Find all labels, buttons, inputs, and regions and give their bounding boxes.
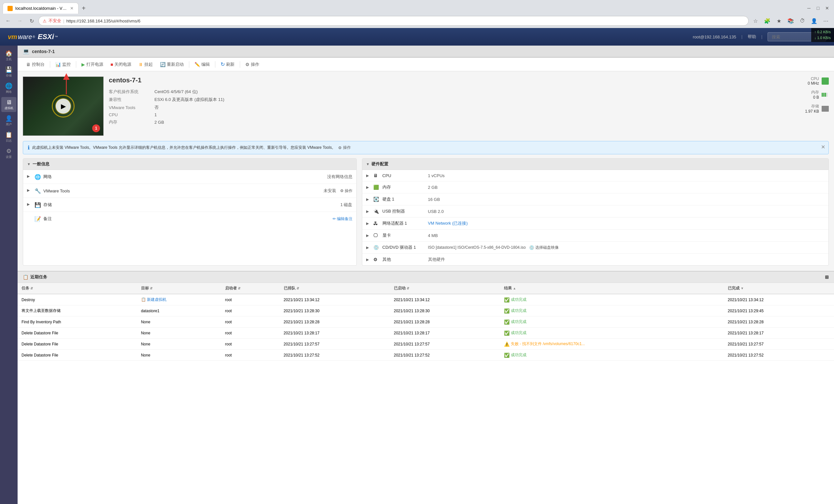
extensions-button[interactable]: 🧩: [762, 16, 772, 26]
hw-net-label: 网络适配器 1: [382, 221, 428, 226]
user-info[interactable]: root@192.168.164.135: [693, 35, 736, 39]
tasks-expand-icon[interactable]: ⊞: [825, 274, 829, 280]
network-row-value: 没有网络信息: [327, 174, 352, 180]
col-result[interactable]: 结果 ▲: [500, 283, 724, 294]
hardware-panel: ▼ 硬件配置 ▶ 🖥 CPU 1 vCPUs ▶ 🟩 内存 2 GB: [362, 158, 829, 266]
edit-button[interactable]: ✏️ 编辑: [191, 60, 213, 69]
tab-close-icon[interactable]: ✕: [70, 6, 74, 11]
hw-ram-row: ▶ 🟩 内存 2 GB: [362, 181, 829, 193]
power-on-icon: ▶: [82, 62, 85, 67]
general-panel-header: ▼ 一般信息: [23, 159, 356, 170]
browser-tab[interactable]: localhost.localdomain - VMware... ✕: [3, 3, 79, 14]
storage-expand-icon[interactable]: ▶: [27, 202, 32, 207]
edit-notes-button[interactable]: ✏ 编辑备注: [333, 216, 352, 222]
hw-disk-expand[interactable]: ▶: [366, 197, 371, 202]
ram-stat: 内存 0 B: [811, 90, 829, 100]
task-name: 将文件上载至数据存储: [18, 305, 137, 317]
sidebar-item-vms[interactable]: 🖥 虚拟机: [1, 97, 16, 112]
tab-favicon: [7, 6, 13, 11]
hw-other-icon: ⚙: [373, 257, 380, 262]
hw-cd-action[interactable]: 💿 选择磁盘映像: [529, 245, 559, 250]
hw-net-expand[interactable]: ▶: [366, 222, 371, 226]
actions-button[interactable]: ⚙ 操作: [242, 60, 263, 69]
task-name: Delete Datastore File: [18, 327, 137, 339]
tasks-panel: 📋 近期任务 ⊞ 任务 ⇵ 目标 ⇵ 启动者 ⇵: [18, 271, 834, 504]
storage-row: ▶ 💾 存储 1 磁盘: [23, 198, 356, 212]
hw-cd-expand[interactable]: ▶: [366, 246, 371, 250]
hw-other-label: 其他: [382, 256, 428, 262]
hw-display-expand[interactable]: ▶: [366, 233, 371, 238]
hw-display-value: 4 MB: [428, 233, 438, 238]
sidebar-item-settings[interactable]: ⚙ 设置: [1, 146, 16, 161]
new-tab-button[interactable]: +: [79, 3, 89, 14]
collections-button[interactable]: 📚: [786, 16, 795, 26]
cpu-stat-value: 0 MHz: [808, 81, 819, 86]
general-collapse-icon[interactable]: ▼: [27, 162, 30, 166]
notice-actions-btn[interactable]: ⚙ 操作: [338, 145, 351, 151]
power-off-button[interactable]: ■ 关闭电源: [107, 60, 135, 69]
favorites-button[interactable]: ★: [774, 16, 784, 26]
storage-row-icon: 💾: [34, 201, 41, 208]
tab-title: localhost.localdomain - VMware...: [15, 6, 67, 11]
minimize-button[interactable]: ─: [805, 4, 813, 13]
vm-properties-table: 客户机操作系统 CentOS 4/5/6/7 (64 位) 兼容性 ESXi 6…: [109, 88, 224, 126]
more-button[interactable]: ⋯: [821, 16, 831, 26]
target-link[interactable]: 📋 新建虚拟机: [141, 297, 167, 302]
hw-net-value[interactable]: VM Network (已连接): [428, 221, 468, 226]
address-bar[interactable]: ⚠ 不安全 | https://192.168.164.135/ui/#/hos…: [39, 16, 749, 26]
hw-cd-action-icon: 💿: [529, 245, 534, 250]
task-completed: 2021/10/21 13:29:45: [724, 305, 834, 317]
hw-display-label: 显卡: [382, 232, 428, 238]
forward-button[interactable]: →: [15, 16, 25, 26]
storage-row-label: 存储: [43, 202, 83, 208]
refresh-vm-button[interactable]: ↻ 刷新: [217, 60, 238, 69]
close-button[interactable]: ✕: [823, 4, 831, 13]
col-queued[interactable]: 已排队 ⇵: [280, 283, 390, 294]
hw-disk-icon: 💽: [373, 197, 380, 202]
cpu-stat: CPU 0 MHz: [808, 76, 829, 86]
history-button[interactable]: ⏱: [797, 16, 807, 26]
task-started: 2021/10/21 13:28:17: [390, 327, 500, 339]
vmtools-action-btn[interactable]: ⚙ 操作: [340, 188, 352, 194]
monitor-button[interactable]: 📊 监控: [52, 60, 74, 69]
refresh-button[interactable]: ↻: [27, 16, 37, 26]
col-completed[interactable]: 已完成 ▼: [724, 283, 834, 294]
hw-ram-expand[interactable]: ▶: [366, 185, 371, 189]
console-button[interactable]: 🖥 控制台: [23, 60, 48, 69]
restart-button[interactable]: 🔄 重新启动: [157, 60, 187, 69]
sidebar-item-logs[interactable]: 📋 日志: [1, 130, 16, 144]
sidebar-item-host[interactable]: 🏠 主机: [1, 48, 16, 63]
col-initiator[interactable]: 启动者 ⇵: [221, 283, 280, 294]
bookmark-star-button[interactable]: ☆: [751, 16, 760, 26]
play-button[interactable]: ▶: [56, 99, 71, 114]
hardware-collapse-icon[interactable]: ▼: [366, 162, 370, 166]
power-on-button[interactable]: ▶ 打开电源: [78, 60, 107, 69]
task-result: ✅ 成功完成: [500, 317, 724, 327]
maximize-button[interactable]: □: [814, 4, 822, 13]
network-row-icon: 🌐: [34, 173, 41, 180]
hw-cd-icon: 💿: [373, 245, 380, 250]
hw-cpu-expand[interactable]: ▶: [366, 174, 371, 178]
hw-usb-expand[interactable]: ▶: [366, 209, 371, 213]
task-initiator: root: [221, 317, 280, 327]
back-button[interactable]: ←: [3, 16, 13, 26]
network-expand-icon[interactable]: ▶: [27, 174, 32, 179]
help-link[interactable]: 帮助: [748, 34, 756, 40]
profile-button[interactable]: 👤: [809, 16, 819, 26]
task-completed: 2021/10/21 13:28:28: [724, 317, 834, 327]
notice-info-icon: ℹ: [28, 144, 30, 151]
col-task[interactable]: 任务 ⇵: [18, 283, 137, 294]
sidebar-item-storage[interactable]: 💾 存储: [1, 65, 16, 79]
security-warning-text: 不安全: [48, 18, 61, 24]
vm-name-heading: centos-7-1: [109, 76, 224, 84]
sidebar-item-users[interactable]: 👤 用户: [1, 113, 16, 128]
notice-close-button[interactable]: ✕: [821, 144, 825, 150]
sidebar-item-network[interactable]: 🌐 网络: [1, 81, 16, 96]
refresh-icon: ↻: [221, 61, 225, 67]
vmtools-expand-icon[interactable]: ▶: [27, 188, 32, 193]
col-target[interactable]: 目标 ⇵: [137, 283, 221, 294]
suspend-button[interactable]: ⏸ 挂起: [135, 60, 156, 69]
esxi-header: vmware® ESXi™ root@192.168.164.135 | 帮助 …: [0, 28, 834, 46]
col-started[interactable]: 已启动 ⇵: [390, 283, 500, 294]
hw-other-expand[interactable]: ▶: [366, 257, 371, 262]
